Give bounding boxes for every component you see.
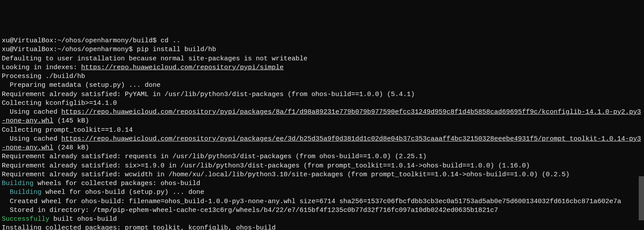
output-text: wheels for collected packages: ohos-buil… (34, 180, 200, 187)
terminal-line: Building wheels for collected packages: … (2, 179, 642, 188)
success-status: Successfully (2, 215, 49, 223)
output-text: (145 kB) (53, 117, 89, 125)
terminal-line: Stored in directory: /tmp/pip-ephem-whee… (2, 206, 642, 215)
terminal-output[interactable]: xu@VirtualBox:~/ohos/openharmony/build$ … (2, 37, 642, 230)
terminal-line: Created wheel for ohos-build: filename=o… (2, 197, 642, 206)
output-text: Using cached (2, 135, 61, 143)
terminal-line: xu@VirtualBox:~/ohos/openharmony$ pip in… (2, 45, 642, 54)
terminal-line: Looking in indexes: https://repo.huaweic… (2, 63, 642, 72)
terminal-line: Requirement already satisfied: requests … (2, 152, 642, 161)
terminal-line: Requirement already satisfied: wcwidth i… (2, 171, 642, 179)
terminal-line: Collecting prompt_toolkit==1.0.14 (2, 126, 642, 135)
terminal-line: Processing ./build/hb (2, 72, 642, 81)
terminal-line: Successfully built ohos-build (2, 215, 642, 224)
scrollbar-thumb[interactable] (639, 176, 644, 220)
output-text: built ohos-build (49, 215, 117, 223)
output-text: (248 kB) (53, 144, 89, 152)
building-status: Building (2, 189, 41, 196)
terminal-line: Requirement already satisfied: six>=1.9.… (2, 162, 642, 171)
terminal-line: Preparing metadata (setup.py) ... done (2, 81, 642, 90)
terminal-line: xu@VirtualBox:~/ohos/openharmony/build$ … (2, 37, 642, 45)
shell-prompt: xu@VirtualBox:~/ohos/openharmony$ (2, 46, 137, 53)
command-text: cd .. (161, 37, 180, 45)
package-url-link[interactable]: https://repo.huaweicloud.com/repository/… (2, 108, 641, 125)
terminal-line: Collecting kconfiglib>=14.1.0 (2, 99, 642, 108)
terminal-line: Using cached https://repo.huaweicloud.co… (2, 135, 642, 153)
command-text: pip install build/hb (137, 46, 216, 53)
terminal-line: Defaulting to user installation because … (2, 55, 642, 63)
terminal-line: Building wheel for ohos-build (setup.py)… (2, 188, 642, 197)
package-url-link[interactable]: https://repo.huaweicloud.com/repository/… (2, 135, 641, 152)
terminal-line: Installing collected packages: prompt_to… (2, 224, 642, 230)
output-text: Using cached (2, 108, 61, 116)
index-url-link[interactable]: https://repo.huaweicloud.com/repository/… (81, 64, 284, 71)
shell-prompt: xu@VirtualBox:~/ohos/openharmony/build$ (2, 37, 161, 45)
output-text: wheel for ohos-build (setup.py) ... done (41, 189, 204, 196)
terminal-line: Using cached https://repo.huaweicloud.co… (2, 108, 642, 126)
terminal-line: Requirement already satisfied: PyYAML in… (2, 90, 642, 99)
building-status: Building (2, 180, 34, 187)
output-text: Looking in indexes: (2, 64, 81, 71)
